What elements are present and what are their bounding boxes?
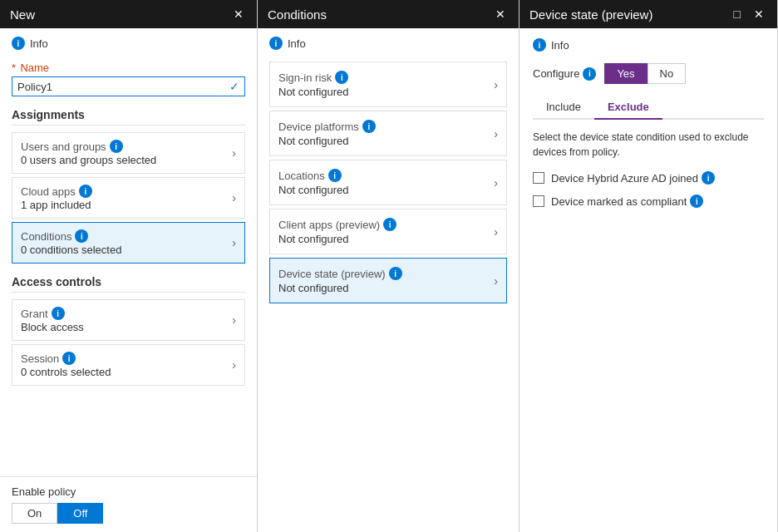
users-groups-nav-item[interactable]: Users and groups i 0 users and groups se… — [12, 132, 245, 174]
checkbox-hybrid-azure-item[interactable]: Device Hybrid Azure AD joined i — [533, 171, 764, 185]
device-platforms-label: Device platforms — [278, 121, 359, 133]
client-apps-value: Not configured — [278, 233, 396, 245]
conditions-left: Conditions i 0 conditions selected — [21, 229, 121, 256]
device-platforms-left: Device platforms i Not configured — [278, 120, 376, 147]
enable-policy-section: Enable policy On Off — [0, 476, 257, 532]
tab-include-button[interactable]: Include — [533, 96, 594, 120]
conditions-info-icon2: i — [269, 37, 283, 50]
conditions-label: Conditions — [21, 230, 71, 243]
conditions-panel: Conditions ✕ i Info Sign-in risk i Not c… — [258, 0, 519, 532]
configure-label-text: Configure — [533, 67, 579, 80]
assignments-title: Assignments — [12, 108, 245, 126]
device-state-info-label: Info — [551, 39, 569, 52]
locations-left: Locations i Not configured — [278, 169, 349, 196]
device-description: Select the device state condition used t… — [533, 130, 764, 160]
client-apps-item[interactable]: Client apps (preview) i Not configured › — [269, 209, 507, 254]
grant-nav-item[interactable]: Grant i Block access › — [12, 299, 245, 341]
conditions-panel-title: Conditions — [268, 7, 327, 22]
device-state-panel: Device state (preview) □ ✕ i Info Config… — [519, 0, 778, 532]
enable-policy-label: Enable policy — [12, 485, 245, 498]
cloud-apps-nav-item[interactable]: Cloud apps i 1 app included › — [12, 177, 245, 219]
client-apps-left: Client apps (preview) i Not configured — [278, 218, 396, 245]
client-apps-info-icon: i — [383, 218, 396, 231]
configure-yes-button[interactable]: Yes — [604, 63, 647, 84]
locations-arrow-icon: › — [494, 176, 498, 190]
conditions-value: 0 conditions selected — [21, 244, 121, 256]
cloud-apps-arrow-icon: › — [232, 191, 236, 204]
device-state-arrow-icon: › — [494, 274, 498, 288]
configure-info-icon: i — [583, 67, 596, 81]
toggle-off-button[interactable]: Off — [57, 503, 103, 524]
new-panel-title: New — [10, 7, 35, 22]
locations-value: Not configured — [278, 184, 349, 196]
toggle-on-button[interactable]: On — [12, 503, 57, 524]
access-controls-title: Access controls — [12, 275, 245, 293]
locations-item[interactable]: Locations i Not configured › — [269, 160, 507, 205]
conditions-nav-item[interactable]: Conditions i 0 conditions selected › — [12, 222, 245, 264]
grant-value: Block access — [21, 321, 84, 333]
cloud-apps-left: Cloud apps i 1 app included — [21, 185, 92, 211]
conditions-arrow-icon: › — [232, 236, 236, 249]
new-panel-close-button[interactable]: ✕ — [230, 7, 247, 22]
session-label: Session — [21, 352, 59, 365]
users-groups-info-icon: i — [110, 140, 123, 153]
device-state-value: Not configured — [278, 282, 402, 294]
grant-label: Grant — [21, 308, 48, 320]
conditions-panel-header: Conditions ✕ — [258, 0, 519, 28]
new-info-icon: i — [12, 37, 25, 50]
configure-row: Configure i Yes No — [533, 63, 764, 84]
checkbox-compliant-info-icon: i — [690, 195, 703, 208]
sign-in-risk-left: Sign-in risk i Not configured — [278, 71, 349, 98]
sign-in-risk-info-icon: i — [335, 71, 348, 84]
sign-in-risk-label: Sign-in risk — [278, 71, 332, 84]
conditions-info-label: Info — [288, 37, 306, 50]
users-groups-value: 0 users and groups selected — [21, 154, 156, 166]
name-field-label: * Name — [12, 62, 245, 74]
configure-no-button[interactable]: No — [648, 63, 687, 84]
new-info-row: i Info — [12, 37, 245, 50]
toggle-group: On Off — [12, 503, 245, 524]
conditions-panel-close-button[interactable]: ✕ — [492, 7, 509, 22]
users-groups-left: Users and groups i 0 users and groups se… — [21, 140, 156, 166]
checkbox-hybrid-azure-box[interactable] — [533, 172, 544, 184]
name-input[interactable] — [17, 81, 229, 93]
grant-info-icon: i — [52, 307, 65, 320]
locations-info-icon: i — [328, 169, 342, 182]
cloud-apps-value: 1 app included — [21, 199, 92, 211]
checkmark-icon: ✓ — [229, 80, 239, 93]
new-panel-controls: ✕ — [230, 7, 247, 22]
checkbox-compliant-item[interactable]: Device marked as compliant i — [533, 195, 764, 208]
sign-in-risk-arrow-icon: › — [494, 78, 498, 91]
grant-left: Grant i Block access — [21, 307, 84, 333]
session-nav-item[interactable]: Session i 0 controls selected › — [12, 344, 245, 386]
device-state-label: Device state (preview) — [278, 268, 386, 280]
checkbox-hybrid-azure-label: Device Hybrid Azure AD joined — [551, 172, 698, 185]
device-state-panel-header: Device state (preview) □ ✕ — [519, 0, 777, 28]
new-panel: New ✕ i Info * Name ✓ Assignments Users … — [0, 0, 258, 532]
device-state-info-icon: i — [389, 267, 402, 280]
client-apps-label: Client apps (preview) — [278, 219, 380, 231]
new-info-label: Info — [30, 37, 48, 50]
client-apps-arrow-icon: › — [494, 225, 498, 239]
configure-btn-group: Yes No — [604, 63, 686, 84]
sign-in-risk-item[interactable]: Sign-in risk i Not configured › — [269, 62, 507, 107]
session-left: Session i 0 controls selected — [21, 352, 111, 378]
device-state-panel-body: i Info Configure i Yes No Include Exclud… — [519, 28, 777, 532]
device-state-info-row: i Info — [533, 38, 764, 52]
users-groups-label: Users and groups — [21, 140, 106, 153]
device-state-maximize-button[interactable]: □ — [731, 7, 744, 22]
tab-exclude-button[interactable]: Exclude — [594, 96, 662, 120]
device-state-left: Device state (preview) i Not configured — [278, 267, 402, 294]
conditions-info-row: i Info — [269, 37, 507, 50]
device-state-panel-controls: □ ✕ — [731, 7, 767, 22]
conditions-panel-body: i Info Sign-in risk i Not configured › D… — [258, 28, 519, 532]
device-platforms-item[interactable]: Device platforms i Not configured › — [269, 111, 507, 156]
device-state-item[interactable]: Device state (preview) i Not configured … — [269, 258, 507, 303]
checkbox-compliant-box[interactable] — [533, 195, 544, 207]
session-value: 0 controls selected — [21, 366, 111, 378]
checkbox-hybrid-azure-info-icon: i — [702, 171, 715, 185]
name-input-wrapper[interactable]: ✓ — [12, 76, 245, 96]
device-state-close-button[interactable]: ✕ — [751, 7, 767, 22]
cloud-apps-info-icon: i — [79, 185, 92, 198]
session-arrow-icon: › — [232, 358, 236, 372]
